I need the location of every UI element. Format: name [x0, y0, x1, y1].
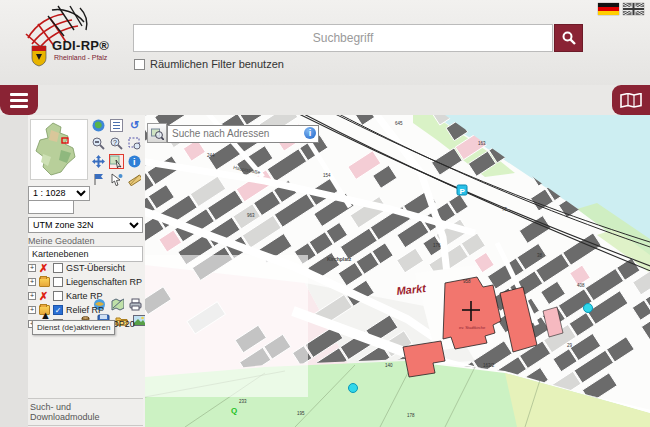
parking-marker[interactable]: P	[457, 185, 467, 196]
layer-checkbox[interactable]: ✓	[53, 305, 63, 315]
download-modules-label[interactable]: Such- und Downloadmodule	[28, 398, 143, 426]
poi-marker[interactable]	[349, 384, 358, 393]
map-book-icon	[620, 93, 642, 108]
svg-text:178: 178	[407, 413, 415, 418]
history-back-icon[interactable]: ↺	[127, 118, 142, 133]
scale-select[interactable]: 1 : 1028	[28, 186, 90, 201]
my-geodata-label: Meine Geodaten	[28, 236, 95, 246]
service-folder-icon[interactable]	[39, 277, 50, 287]
layer-label: GST-Übersicht	[66, 263, 125, 273]
svg-text:154: 154	[323, 173, 331, 178]
spatial-filter-row: Räumlichen Filter benutzen	[134, 58, 284, 70]
map-panel-tab[interactable]	[612, 85, 650, 115]
left-sidebar: ↺ ? i 1 : 1028	[0, 115, 145, 427]
feature-info-pointer-icon[interactable]	[109, 154, 124, 169]
search-input[interactable]	[133, 24, 553, 52]
english-flag-icon[interactable]	[623, 3, 644, 15]
coordinate-input[interactable]	[28, 200, 74, 214]
svg-text:163/2: 163/2	[483, 363, 495, 368]
faded-extent-overlay	[145, 255, 308, 397]
german-flag-icon[interactable]	[598, 3, 619, 15]
layer-checkbox[interactable]	[53, 277, 63, 287]
zoom-full-extent-icon[interactable]	[91, 118, 106, 133]
svg-text:408: 408	[577, 283, 585, 288]
hamburger-menu-button[interactable]	[0, 85, 38, 115]
info-icon[interactable]: i	[127, 154, 142, 169]
logo-subtitle: Rheinland - Pfalz	[54, 54, 107, 61]
sidebar-edge-strip	[0, 115, 28, 427]
language-switch	[598, 3, 644, 15]
coat-of-arms	[32, 46, 46, 66]
q-marker-label: Q	[231, 406, 237, 415]
svg-text:176: 176	[433, 243, 441, 248]
layer-tooltip: Dienst (de)aktivieren	[32, 320, 115, 335]
zoom-help-icon[interactable]: ?	[109, 136, 124, 151]
select-arrow-icon[interactable]	[109, 172, 124, 187]
address-search-button[interactable]	[147, 123, 167, 143]
spatial-filter-checkbox[interactable]	[134, 59, 145, 70]
svg-text:645: 645	[395, 121, 403, 126]
expand-icon[interactable]: +	[28, 292, 36, 300]
church-label: ev. Stadtkirche	[459, 325, 486, 330]
layer-label: Relief RP	[66, 305, 104, 315]
flag-marker-icon[interactable]	[91, 172, 106, 187]
logo-title: GDI-RP®	[52, 38, 109, 53]
address-search-bar: i	[147, 123, 319, 143]
svg-text:29: 29	[567, 343, 573, 348]
svg-text:75: 75	[502, 207, 508, 212]
svg-text:163: 163	[478, 141, 486, 146]
spatial-filter-label: Räumlichen Filter benutzen	[150, 58, 284, 70]
layer-label: Karte RP	[66, 291, 103, 301]
pan-icon[interactable]	[91, 154, 106, 169]
layers-header[interactable]: Kartenebenen	[28, 246, 143, 262]
layer-checkbox[interactable]	[53, 291, 63, 301]
legend-icon[interactable]	[109, 118, 124, 133]
layer-checkbox[interactable]	[53, 263, 63, 273]
hamburger-icon	[10, 93, 28, 96]
gdi-rp-logo: GDI-RP® Rheinland - Pfalz	[14, 4, 129, 82]
svg-text:195: 195	[297, 411, 305, 416]
service-inactive-icon[interactable]	[39, 291, 50, 301]
svg-text:38: 38	[537, 253, 543, 258]
zoom-out-icon[interactable]	[91, 136, 106, 151]
svg-text:i: i	[133, 157, 136, 167]
svg-text:244: 244	[207, 153, 215, 158]
address-search-input[interactable]	[167, 125, 319, 143]
layer-row-liegenschaften[interactable]: + Liegenschaften RP	[28, 275, 145, 289]
measure-ruler-icon[interactable]	[127, 172, 142, 187]
expand-icon[interactable]: +	[28, 264, 36, 272]
svg-text:140: 140	[385, 363, 393, 368]
layer-row-karte[interactable]: + Karte RP	[28, 289, 145, 303]
svg-text:958: 958	[463, 279, 471, 284]
global-search	[133, 24, 553, 52]
projection-select[interactable]: UTM zone 32N	[28, 217, 143, 233]
street-label-kirchplatz: Kirchplatz	[327, 256, 352, 262]
scale-row: 1 : 1028	[28, 182, 90, 201]
search-button[interactable]	[554, 24, 583, 52]
svg-text:963: 963	[247, 213, 255, 218]
overview-map[interactable]	[30, 119, 88, 180]
expand-icon[interactable]: +	[28, 278, 36, 286]
svg-text:233: 233	[239, 399, 247, 404]
zoom-box-icon[interactable]	[127, 136, 142, 151]
search-icon	[562, 31, 576, 45]
expand-icon[interactable]: +	[28, 306, 36, 314]
svg-text:P: P	[460, 187, 466, 196]
layer-row-gst[interactable]: + GST-Übersicht	[28, 261, 145, 275]
map-viewport[interactable]: ev. Stadtkirche Markt Hauptstraße Kirchp…	[145, 115, 650, 427]
svg-text:?: ?	[113, 139, 117, 146]
layer-label: Liegenschaften RP	[66, 277, 142, 287]
cadastral-map: ev. Stadtkirche Markt Hauptstraße Kirchp…	[145, 115, 650, 427]
app-header: GDI-RP® Rheinland - Pfalz Räumlichen Fil…	[0, 0, 650, 85]
poi-marker[interactable]	[584, 304, 593, 313]
service-inactive-icon[interactable]	[39, 263, 50, 273]
